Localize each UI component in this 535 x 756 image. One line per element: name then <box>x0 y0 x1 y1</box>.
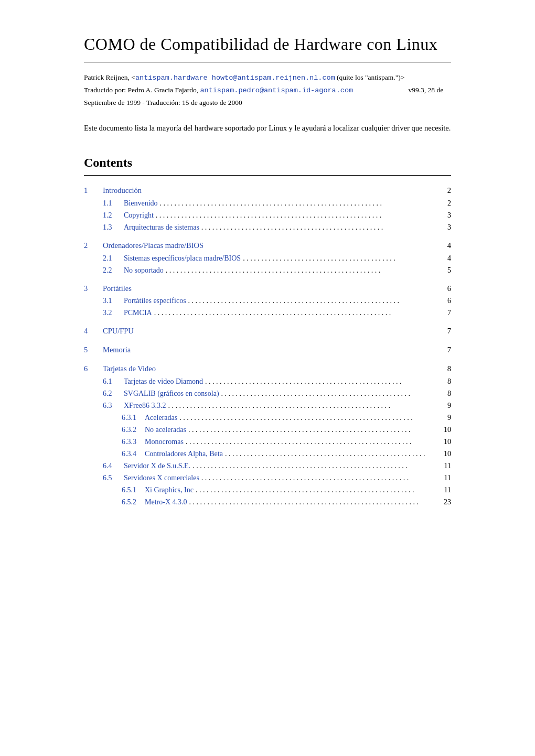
toc-page-1-2: 3 <box>441 210 451 221</box>
toc-item-6-5-1: 6.5.1 Xi Graphics, Inc . . . . . . . . .… <box>84 484 451 495</box>
toc-label-2[interactable]: Ordenadores/Placas madre/BIOS <box>103 240 204 252</box>
toc-section-6: 6 Tarjetas de Video 8 <box>84 363 451 375</box>
toc-num-1-2: 1.2 <box>103 210 124 221</box>
toc-item-6-1: 6.1 Tarjetas de video Diamond . . . . . … <box>84 376 451 387</box>
toc-label-2-1[interactable]: Sistemas específicos/placa madre/BIOS <box>124 253 241 264</box>
toc-item-6-3-2: 6.3.2 No aceleradas . . . . . . . . . . … <box>84 424 451 435</box>
toc-label-1-2[interactable]: Copyright <box>124 210 154 221</box>
toc-dots-6-3-3: . . . . . . . . . . . . . . . . . . . . … <box>186 436 438 447</box>
email1-link[interactable]: antispam.hardware howto@antispam.reijnen… <box>135 74 335 82</box>
toc-item-1-2: 1.2 Copyright . . . . . . . . . . . . . … <box>84 210 451 221</box>
toc-label-2-2[interactable]: No soportado <box>124 265 164 276</box>
toc-label-6-5-1[interactable]: Xi Graphics, Inc <box>145 484 194 495</box>
toc-label-6-3-3[interactable]: Monocromas <box>145 436 184 447</box>
toc-label-1-1[interactable]: Bienvenido <box>124 198 158 209</box>
version: v99.3, 28 de <box>408 86 443 94</box>
abstract: Este documento lista la mayoría del hard… <box>84 122 451 134</box>
toc-item-6-3: 6.3 XFree86 3.3.2 . . . . . . . . . . . … <box>84 400 451 411</box>
toc-section-2: 2 Ordenadores/Placas madre/BIOS 4 <box>84 240 451 252</box>
toc-num-6: 6 <box>84 363 103 375</box>
toc-page-6: 8 <box>441 363 451 375</box>
toc-page-2-1: 4 <box>441 253 451 264</box>
toc-dots-6-3-1: . . . . . . . . . . . . . . . . . . . . … <box>179 412 438 423</box>
toc-page-6-5-1: 11 <box>441 484 451 495</box>
toc-num-6-2: 6.2 <box>103 388 124 399</box>
toc-num-2: 2 <box>84 240 103 252</box>
toc-dots-6-3-4: . . . . . . . . . . . . . . . . . . . . … <box>225 448 438 459</box>
toc-page-4: 7 <box>441 326 451 337</box>
toc-item-6-3-1: 6.3.1 Aceleradas . . . . . . . . . . . .… <box>84 412 451 423</box>
toc-label-1-3[interactable]: Arquitecturas de sistemas <box>124 222 199 233</box>
toc-item-6-5: 6.5 Servidores X comerciales . . . . . .… <box>84 472 451 483</box>
meta-line-1: Patrick Reijnen, <antispam.hardware howt… <box>84 72 451 84</box>
toc-page-3-2: 7 <box>441 307 451 318</box>
toc-page-1: 2 <box>441 185 451 197</box>
toc-num-2-2: 2.2 <box>103 265 124 276</box>
toc-item-6-5-2: 6.5.2 Metro-X 4.3.0 . . . . . . . . . . … <box>84 496 451 507</box>
toc-page-6-3-2: 10 <box>441 424 451 435</box>
toc-label-1[interactable]: Introducción <box>103 185 142 197</box>
toc-item-2-1: 2.1 Sistemas específicos/placa madre/BIO… <box>84 253 451 264</box>
toc-label-5[interactable]: Memoria <box>103 344 131 356</box>
toc-page-6-5-2: 23 <box>441 496 451 507</box>
toc-dots-6-2: . . . . . . . . . . . . . . . . . . . . … <box>221 388 438 399</box>
toc-page-6-2: 8 <box>441 388 451 399</box>
toc-num-6-4: 6.4 <box>103 460 124 471</box>
toc-page-2-2: 5 <box>441 265 451 276</box>
toc-label-3-1[interactable]: Portátiles específicos <box>124 295 186 306</box>
toc-label-3-2[interactable]: PCMCIA <box>124 307 152 318</box>
toc-item-2-2: 2.2 No soportado . . . . . . . . . . . .… <box>84 265 451 276</box>
toc-section-4: 4 CPU/FPU 7 <box>84 326 451 337</box>
toc-label-3[interactable]: Portátiles <box>103 283 132 295</box>
toc-page-1-3: 3 <box>441 222 451 233</box>
toc-item-6-3-3: 6.3.3 Monocromas . . . . . . . . . . . .… <box>84 436 451 447</box>
email2-link[interactable]: antispam.pedro@antispam.id-agora.com <box>200 87 353 94</box>
toc-label-6-4[interactable]: Servidor X de S.u.S.E. <box>124 460 190 471</box>
toc-item-6-3-4: 6.3.4 Controladores Alpha, Beta . . . . … <box>84 448 451 459</box>
toc-dots-1-1: . . . . . . . . . . . . . . . . . . . . … <box>160 198 438 209</box>
toc-label-6-1[interactable]: Tarjetas de video Diamond <box>124 376 203 387</box>
toc-dots-6-1: . . . . . . . . . . . . . . . . . . . . … <box>205 376 438 387</box>
toc-dots-1-3: . . . . . . . . . . . . . . . . . . . . … <box>201 222 438 233</box>
toc-label-6[interactable]: Tarjetas de Video <box>103 363 156 375</box>
toc-section-5: 5 Memoria 7 <box>84 344 451 356</box>
toc-page-6-3-1: 9 <box>441 412 451 423</box>
toc-label-6-3-2[interactable]: No aceleradas <box>145 424 186 435</box>
toc-label-4[interactable]: CPU/FPU <box>103 326 134 337</box>
page-container: COMO de Compatibilidad de Hardware con L… <box>42 0 493 540</box>
toc-section-1: 1 Introducción 2 <box>84 185 451 197</box>
toc-num-6-3-3: 6.3.3 <box>122 436 145 447</box>
toc-dots-3-2: . . . . . . . . . . . . . . . . . . . . … <box>154 307 438 318</box>
toc-label-6-3-1[interactable]: Aceleradas <box>145 412 177 423</box>
toc-page-6-3: 9 <box>441 400 451 411</box>
toc-page-2: 4 <box>441 240 451 252</box>
date: Septiembre de 1999 - Traducción: 15 de a… <box>84 99 242 106</box>
toc-page-5: 7 <box>441 344 451 356</box>
toc-label-6-3-4[interactable]: Controladores Alpha, Beta <box>145 448 223 459</box>
toc-num-3: 3 <box>84 283 103 295</box>
toc-num-6-5-1: 6.5.1 <box>122 484 145 495</box>
toc-dots-6-5-1: . . . . . . . . . . . . . . . . . . . . … <box>196 484 438 495</box>
translation-prefix: Traducido por: Pedro A. Gracia Fajardo, <box>84 86 200 94</box>
toc-num-4: 4 <box>84 326 103 337</box>
toc-label-6-5-2[interactable]: Metro-X 4.3.0 <box>145 496 187 507</box>
toc-dots-6-5-2: . . . . . . . . . . . . . . . . . . . . … <box>189 496 439 507</box>
toc-item-3-2: 3.2 PCMCIA . . . . . . . . . . . . . . .… <box>84 307 451 318</box>
toc-dots-6-3: . . . . . . . . . . . . . . . . . . . . … <box>168 400 439 411</box>
meta-block: Patrick Reijnen, <antispam.hardware howt… <box>84 72 451 110</box>
toc-num-5: 5 <box>84 344 103 356</box>
toc-item-3-1: 3.1 Portátiles específicos . . . . . . .… <box>84 295 451 306</box>
toc-num-1: 1 <box>84 185 103 197</box>
toc-num-6-5-2: 6.5.2 <box>122 496 145 507</box>
toc-num-6-5: 6.5 <box>103 472 124 483</box>
toc-label-6-3[interactable]: XFree86 3.3.2 <box>124 400 166 411</box>
toc-num-2-1: 2.1 <box>103 253 124 264</box>
toc-page-3-1: 6 <box>441 295 451 306</box>
meta-line-3: Septiembre de 1999 - Traducción: 15 de a… <box>84 97 451 110</box>
toc-num-6-3-4: 6.3.4 <box>122 448 145 459</box>
toc-label-6-2[interactable]: SVGALIB (gráficos en consola) <box>124 388 219 399</box>
toc-label-6-5[interactable]: Servidores X comerciales <box>124 472 199 483</box>
toc-dots-6-3-2: . . . . . . . . . . . . . . . . . . . . … <box>188 424 438 435</box>
toc-page-6-1: 8 <box>441 376 451 387</box>
toc-page-6-5: 11 <box>441 472 451 483</box>
